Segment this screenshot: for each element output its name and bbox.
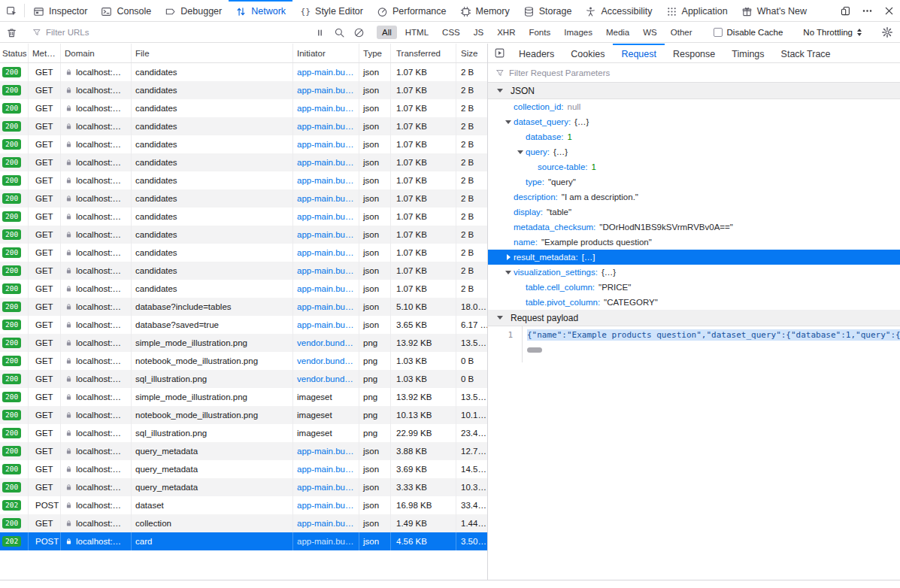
initiator-link[interactable]: app-main.bu… (297, 140, 353, 149)
initiator-link[interactable]: app-main.bu… (297, 266, 353, 275)
column-header-met[interactable]: Met… (29, 44, 61, 62)
column-header-file[interactable]: File (132, 44, 293, 62)
details-tab-request[interactable]: Request (613, 44, 665, 62)
filter-pill-fonts[interactable]: Fonts (523, 26, 556, 39)
initiator-link[interactable]: app-main.bu… (297, 68, 353, 77)
table-row[interactable]: 200GETlocalhost:…collectionapp-main.bu…j… (0, 514, 487, 532)
initiator-link[interactable]: app-main.bu… (297, 230, 353, 239)
initiator-link[interactable]: app-main.bu… (297, 86, 353, 95)
initiator-link[interactable]: app-main.bu… (297, 176, 353, 185)
filter-pill-js[interactable]: JS (468, 26, 489, 39)
horizontal-scrollbar[interactable] (527, 347, 542, 353)
details-tab-headers[interactable]: Headers (511, 44, 562, 62)
table-row[interactable]: 200GETlocalhost:…notebook_mode_illustrat… (0, 352, 487, 370)
tree-row[interactable]: visualization_settings:{…} (488, 265, 900, 280)
search-button[interactable] (329, 23, 349, 43)
table-row[interactable]: 200GETlocalhost:…query_metadataapp-main.… (0, 442, 487, 460)
tab-memory[interactable]: Memory (453, 0, 517, 21)
table-row[interactable]: 200GETlocalhost:…candidatesapp-main.bu…j… (0, 117, 487, 135)
tab-console[interactable]: Console (94, 0, 158, 21)
collapse-twisty-icon[interactable] (495, 89, 505, 92)
json-section-header[interactable]: JSON (488, 83, 900, 99)
tree-row[interactable]: table.pivot_column:"CATEGORY" (488, 295, 900, 310)
network-settings-button[interactable] (874, 23, 900, 43)
filter-pill-all[interactable]: All (377, 26, 397, 39)
filter-pill-xhr[interactable]: XHR (492, 26, 520, 39)
tree-row[interactable]: table.cell_column:"PRICE" (488, 280, 900, 295)
initiator-link[interactable]: app-main.bu… (297, 302, 353, 311)
table-row[interactable]: 200GETlocalhost:…candidatesapp-main.bu…j… (0, 153, 487, 171)
tab-debugger[interactable]: Debugger (158, 0, 229, 21)
table-row[interactable]: 200GETlocalhost:…candidatesapp-main.bu…j… (0, 208, 487, 226)
table-row[interactable]: 200GETlocalhost:…sql_illustration.pngima… (0, 424, 487, 442)
initiator-link[interactable]: app-main.bu… (297, 465, 353, 474)
column-header-size[interactable]: Size (456, 44, 487, 62)
tree-row[interactable]: type:"query" (488, 174, 900, 189)
initiator-link[interactable]: app-main.bu… (297, 194, 353, 203)
column-header-transferred[interactable]: Transferred (391, 44, 456, 62)
table-row[interactable]: 200GETlocalhost:…candidatesapp-main.bu…j… (0, 280, 487, 298)
tree-row[interactable]: source-table:1 (488, 159, 900, 174)
initiator-link[interactable]: app-main.bu… (297, 212, 353, 221)
twisty-open-icon[interactable] (503, 271, 514, 274)
table-row[interactable]: 200GETlocalhost:…candidatesapp-main.bu…j… (0, 189, 487, 208)
filter-pill-images[interactable]: Images (559, 26, 598, 39)
initiator-link[interactable]: app-main.bu… (297, 537, 353, 546)
pause-recording-button[interactable] (310, 23, 329, 43)
table-row[interactable]: 200GETlocalhost:…candidatesapp-main.bu…j… (0, 135, 487, 153)
filter-pill-css[interactable]: CSS (437, 26, 465, 39)
table-row[interactable]: 200GETlocalhost:…database?include=tables… (0, 298, 487, 316)
table-row[interactable]: 200GETlocalhost:…query_metadataapp-main.… (0, 460, 487, 478)
details-tab-timings[interactable]: Timings (723, 44, 772, 62)
initiator-link[interactable]: app-main.bu… (297, 284, 353, 293)
tab-inspector[interactable]: Inspector (26, 0, 94, 21)
tree-row[interactable]: dataset_query:{…} (488, 114, 900, 129)
twisty-closed-icon[interactable] (503, 254, 514, 260)
initiator-link[interactable]: app-main.bu… (297, 501, 353, 510)
column-header-type[interactable]: Type (359, 44, 391, 62)
collapse-twisty-icon[interactable] (495, 316, 505, 320)
table-row[interactable]: 202POSTlocalhost:…datasetapp-main.bu…jso… (0, 496, 487, 514)
tab-network[interactable]: Network (229, 0, 292, 21)
close-devtools-button[interactable] (878, 0, 900, 21)
filter-pill-other[interactable]: Other (665, 26, 698, 39)
details-tab-response[interactable]: Response (665, 44, 723, 62)
twisty-open-icon[interactable] (515, 150, 526, 154)
tab-performance[interactable]: Performance (370, 0, 453, 21)
tab-storage[interactable]: Storage (517, 0, 579, 21)
table-row[interactable]: 202POSTlocalhost:…cardapp-main.bu…json4.… (0, 532, 487, 550)
table-row[interactable]: 200GETlocalhost:…notebook_mode_illustrat… (0, 406, 487, 424)
tree-row[interactable]: name:"Example products question" (488, 235, 900, 250)
tree-row[interactable]: database:1 (488, 129, 900, 144)
table-row[interactable]: 200GETlocalhost:…candidatesapp-main.bu…j… (0, 244, 487, 262)
tree-row[interactable]: display:"table" (488, 205, 900, 220)
clear-requests-button[interactable] (0, 27, 23, 38)
disable-cache-checkbox[interactable] (714, 28, 723, 37)
details-pane-button[interactable] (488, 44, 511, 62)
column-header-initiator[interactable]: Initiator (293, 44, 359, 62)
initiator-link[interactable]: app-main.bu… (297, 519, 353, 528)
initiator-link[interactable]: app-main.bu… (297, 122, 353, 131)
initiator-link[interactable]: vendor.bund… (297, 374, 353, 383)
initiator-link[interactable]: app-main.bu… (297, 104, 353, 113)
table-row[interactable]: 200GETlocalhost:…database?saved=trueapp-… (0, 316, 487, 334)
tree-row[interactable]: result_metadata:[…] (488, 250, 900, 265)
initiator-link[interactable]: app-main.bu… (297, 248, 353, 257)
filter-pill-media[interactable]: Media (601, 26, 635, 39)
details-tab-stack-trace[interactable]: Stack Trace (773, 44, 839, 62)
table-row[interactable]: 200GETlocalhost:…sql_illustration.pngven… (0, 370, 487, 388)
tab-application[interactable]: Application (659, 0, 735, 21)
initiator-link[interactable]: vendor.bund… (297, 356, 353, 365)
tab-accessibility[interactable]: Accessibility (578, 0, 659, 21)
tab-style-editor[interactable]: {}Style Editor (292, 0, 370, 21)
tree-row[interactable]: query:{…} (488, 144, 900, 159)
filter-pill-html[interactable]: HTML (400, 26, 434, 39)
table-row[interactable]: 200GETlocalhost:…simple_mode_illustratio… (0, 388, 487, 406)
initiator-link[interactable]: app-main.bu… (297, 483, 353, 492)
filter-request-parameters-input[interactable]: Filter Request Parameters (488, 63, 900, 83)
table-row[interactable]: 200GETlocalhost:…candidatesapp-main.bu…j… (0, 171, 487, 189)
table-row[interactable]: 200GETlocalhost:…candidatesapp-main.bu…j… (0, 226, 487, 244)
tree-row[interactable]: description:"I am a description." (488, 189, 900, 205)
table-row[interactable]: 200GETlocalhost:…candidatesapp-main.bu…j… (0, 63, 487, 81)
menu-button[interactable] (856, 0, 878, 21)
